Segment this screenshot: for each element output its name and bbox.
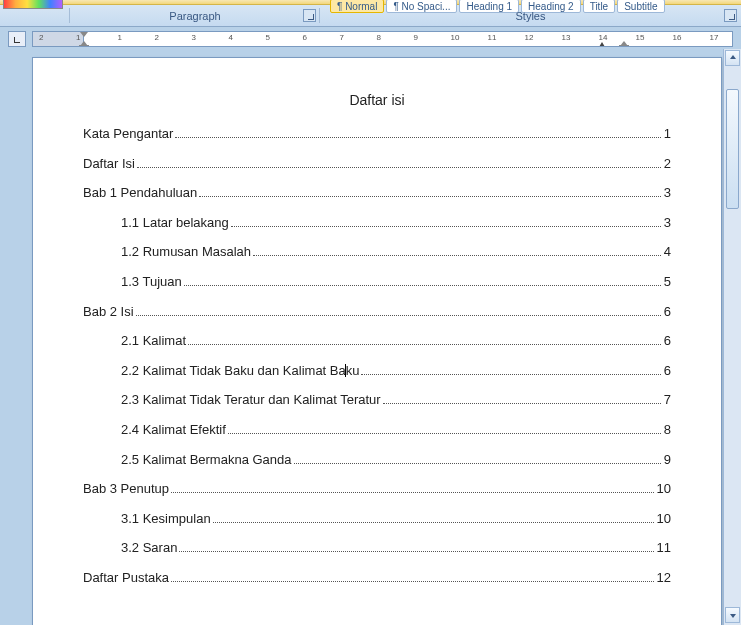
toc-entry-text: 3.1 Kesimpulan [121,511,211,527]
toc-entry[interactable]: 2.3 Kalimat Tidak Teratur dan Kalimat Te… [83,392,671,408]
styles-section-label: Styles [516,10,546,22]
toc-entry-page: 10 [656,481,671,497]
text-cursor [345,364,346,377]
toc-entry-text: 3.2 Saran [121,540,177,556]
toc-entry-page: 7 [663,392,671,408]
toc-entry-text: 1.2 Rumusan Masalah [121,244,251,260]
toc-entry-page: 5 [663,274,671,290]
paragraph-section: Paragraph [70,5,320,26]
ruler-area: 21123456789101112131415161718 [0,27,741,49]
toc-entry-text: 2.4 Kalimat Efektif [121,422,226,438]
toc-leader [383,403,661,404]
toc-entry-page: 12 [656,570,671,586]
toc-entry-text: Daftar Isi [83,156,135,172]
toc-leader [228,433,661,434]
toc-leader [361,374,660,375]
toc-entry-page: 11 [656,540,671,556]
toc-leader [137,167,661,168]
tab-selector-icon[interactable] [8,31,26,47]
toc-entry-text: 1.1 Latar belakang [121,215,229,231]
toc-leader [171,581,654,582]
paragraph-dialog-launcher-icon[interactable] [303,9,316,22]
toc-title: Daftar isi [83,92,671,108]
ruler-tick: 10 [451,33,460,42]
toc-list: Kata Pengantar1Daftar Isi2Bab 1 Pendahul… [83,126,671,586]
toc-leader [136,315,661,316]
toc-entry[interactable]: 1.1 Latar belakang3 [83,215,671,231]
toc-entry[interactable]: Bab 3 Penutup10 [83,481,671,497]
toc-entry-text: 2.5 Kalimat Bermakna Ganda [121,452,292,468]
styles-dialog-launcher-icon[interactable] [724,9,737,22]
toc-entry[interactable]: Bab 2 Isi6 [83,304,671,320]
toc-entry-page: 2 [663,156,671,172]
toc-entry[interactable]: 1.3 Tujuan5 [83,274,671,290]
ruler-tick: 16 [673,33,682,42]
toc-entry-page: 10 [656,511,671,527]
toc-entry-text: 2.1 Kalimat [121,333,186,349]
toc-entry-page: 4 [663,244,671,260]
toc-entry[interactable]: 2.5 Kalimat Bermakna Ganda9 [83,452,671,468]
toc-entry[interactable]: Kata Pengantar1 [83,126,671,142]
toc-leader [199,196,661,197]
scroll-down-button[interactable] [725,607,740,623]
toc-entry-page: 3 [663,185,671,201]
toc-entry[interactable]: Daftar Isi2 [83,156,671,172]
toc-entry[interactable]: 2.2 Kalimat Tidak Baku dan Kalimat Baku6 [83,363,671,379]
ribbon-spacer [0,5,70,26]
toc-entry-page: 1 [663,126,671,142]
toc-leader [231,226,661,227]
ruler-tick: 7 [340,33,344,42]
toc-entry[interactable]: Bab 1 Pendahuluan3 [83,185,671,201]
scroll-thumb[interactable] [726,89,739,209]
document-area[interactable]: Daftar isi Kata Pengantar1Daftar Isi2Bab… [0,49,741,625]
toc-leader [188,344,661,345]
vertical-scrollbar[interactable] [723,49,741,625]
page[interactable]: Daftar isi Kata Pengantar1Daftar Isi2Bab… [32,57,722,625]
ruler-tick: 8 [377,33,381,42]
toc-entry-page: 6 [663,304,671,320]
toc-entry-text: Bab 2 Isi [83,304,134,320]
toc-entry-text: Bab 1 Pendahuluan [83,185,197,201]
ruler-tick: 12 [525,33,534,42]
toc-entry-text: 2.2 Kalimat Tidak Baku dan Kalimat Baku [121,363,359,379]
paragraph-section-label: Paragraph [169,10,220,22]
toc-entry-page: 8 [663,422,671,438]
ruler-tick: 3 [192,33,196,42]
toc-leader [253,255,661,256]
styles-section: Styles [320,5,741,26]
ruler-tick: 4 [229,33,233,42]
toc-leader [294,463,661,464]
toc-entry[interactable]: 2.1 Kalimat6 [83,333,671,349]
toc-entry-text: 2.3 Kalimat Tidak Teratur dan Kalimat Te… [121,392,381,408]
toc-entry[interactable]: 3.1 Kesimpulan10 [83,511,671,527]
toc-entry-page: 6 [663,363,671,379]
toc-entry[interactable]: Daftar Pustaka12 [83,570,671,586]
toc-leader [171,492,654,493]
toc-entry-text: Bab 3 Penutup [83,481,169,497]
toc-entry-page: 9 [663,452,671,468]
ruler-tick: 15 [636,33,645,42]
horizontal-ruler[interactable]: 21123456789101112131415161718 [32,31,733,47]
ruler-tick: 13 [562,33,571,42]
ribbon-section-labels: Paragraph Styles [0,5,741,27]
ruler-tick: 11 [488,33,497,42]
toc-entry[interactable]: 1.2 Rumusan Masalah4 [83,244,671,260]
toc-leader [175,137,660,138]
tab-stop-icon[interactable] [599,40,606,47]
scroll-up-button[interactable] [725,50,740,66]
ruler-tick: 2 [155,33,159,42]
toc-entry[interactable]: 3.2 Saran11 [83,540,671,556]
toc-entry-text: Kata Pengantar [83,126,173,142]
ruler-tick: 6 [303,33,307,42]
ruler-tick: 5 [266,33,270,42]
toc-entry-page: 3 [663,215,671,231]
ruler-neg-tick: 2 [39,33,43,42]
ruler-tick: 17 [710,33,719,42]
toc-entry[interactable]: 2.4 Kalimat Efektif8 [83,422,671,438]
toc-leader [179,551,653,552]
ruler-tick: 1 [118,33,122,42]
toc-leader [213,522,654,523]
toc-entry-text: 1.3 Tujuan [121,274,182,290]
toc-entry-page: 6 [663,333,671,349]
toc-entry-text: Daftar Pustaka [83,570,169,586]
